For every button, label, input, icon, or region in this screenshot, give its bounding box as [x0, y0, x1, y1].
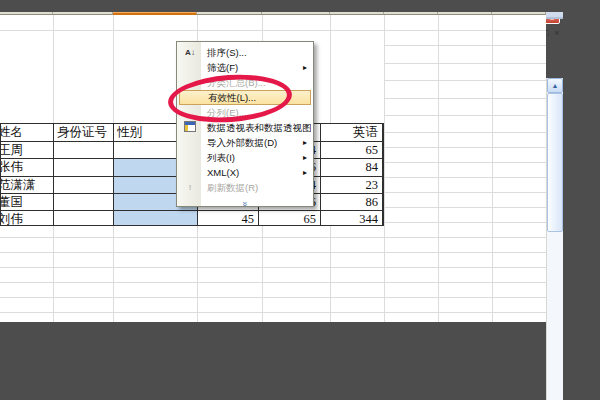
menu-item[interactable]: 列表(I)▸: [179, 150, 311, 165]
submenu-arrow-icon: ▸: [303, 60, 307, 75]
table-cell[interactable]: [53, 210, 114, 226]
menu-item[interactable]: XML(X)▸: [179, 165, 311, 180]
table-cell[interactable]: 刘伟: [0, 210, 54, 226]
gridline: [0, 252, 546, 253]
submenu-arrow-icon: ▸: [303, 165, 307, 180]
gridline: [492, 15, 493, 322]
table-cell[interactable]: [53, 193, 114, 211]
screenshot-stage: soft Excel - Book1 – □ × 文件(F)编辑(E)视图(V)…: [0, 0, 600, 400]
table-cell[interactable]: 董国: [0, 193, 54, 211]
submenu-arrow-icon: ▸: [303, 150, 307, 165]
desktop-background-top: [0, 0, 600, 12]
table-cell[interactable]: 344: [320, 210, 383, 226]
table-cell[interactable]: 23: [320, 176, 383, 194]
table-header-cell[interactable]: 身份证号: [53, 123, 114, 142]
menu-item[interactable]: 排序(S)...A↓: [179, 45, 311, 60]
menu-expand-button[interactable]: »: [177, 193, 313, 205]
table-cell[interactable]: 范潇潇: [0, 176, 54, 194]
table-cell[interactable]: 84: [320, 158, 383, 177]
chevron-down-icon: »: [240, 201, 250, 206]
table-cell[interactable]: [53, 176, 114, 194]
gridline: [384, 115, 546, 116]
gridline: [384, 80, 546, 81]
table-cell[interactable]: 王周: [0, 141, 54, 159]
submenu-arrow-icon: ▸: [303, 135, 307, 150]
gridline: [0, 30, 546, 31]
menu-item[interactable]: 筛选(F)▸: [179, 60, 311, 75]
gridline: [384, 45, 546, 46]
menu-item[interactable]: 数据透视表和数据透视图(P)...: [179, 120, 311, 135]
table-header-cell[interactable]: 姓名: [0, 123, 54, 142]
table-header-cell[interactable]: 英语: [320, 123, 383, 142]
workbook-close-button[interactable]: ×: [552, 27, 562, 40]
gridline: [0, 312, 546, 313]
scrollbar-thumb[interactable]: [547, 93, 563, 232]
table-cell[interactable]: [53, 158, 114, 177]
gridline: [0, 267, 546, 268]
gridline: [384, 132, 546, 133]
gridline: [384, 98, 546, 99]
gridline: [0, 282, 546, 283]
gridline: [438, 15, 439, 322]
sort-ascending-icon: A↓: [182, 46, 198, 59]
gridline: [384, 15, 385, 322]
data-menu-popup: 排序(S)...A↓筛选(F)▸分类汇总(B)...有效性(L)...分列(E)…: [176, 41, 314, 207]
table-cell[interactable]: 65: [320, 141, 383, 159]
table-cell[interactable]: 86: [320, 193, 383, 211]
pivot-table-icon: [184, 121, 196, 132]
gridline: [0, 297, 546, 298]
table-cell[interactable]: 张伟: [0, 158, 54, 177]
table-cell[interactable]: [113, 210, 198, 226]
desktop-background-right: [563, 0, 600, 400]
table-cell[interactable]: [53, 141, 114, 159]
table-cell[interactable]: 45: [197, 210, 259, 226]
scroll-up-icon[interactable]: ▲: [547, 78, 563, 93]
gridline: [384, 147, 546, 148]
gridline: [0, 237, 546, 238]
table-cell[interactable]: 65: [258, 210, 321, 226]
menu-item[interactable]: 导入外部数据(D)▸: [179, 135, 311, 150]
gridline: [384, 63, 546, 64]
